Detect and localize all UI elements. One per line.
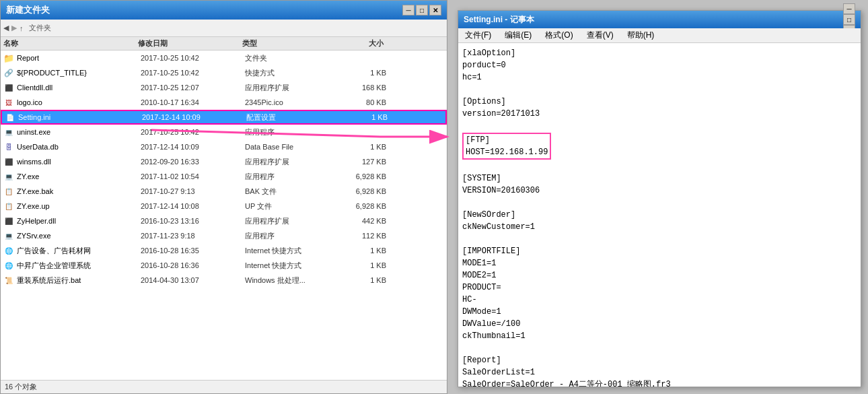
file-row[interactable]: ⬛ ZyHelper.dll 2016-10-23 13:16 应用程序扩展 4… <box>1 214 447 228</box>
menu-edit[interactable]: 编辑(E) <box>501 28 536 42</box>
file-name: winsms.dll <box>17 158 141 166</box>
file-icon-exe: 💻 <box>3 171 14 182</box>
file-explorer: 新建文件夹 ─ □ ✕ ◀ ▶ ↑ 文件夹 名称 修改日期 类型 大小 📁 Re… <box>0 0 447 394</box>
file-size: 112 KB <box>332 232 386 240</box>
minimize-button[interactable]: ─ <box>402 5 414 15</box>
file-size: 442 KB <box>332 217 386 225</box>
file-row[interactable]: ⬛ Clientdll.dll 2017-10-25 12:07 应用程序扩展 … <box>1 80 447 95</box>
file-name: UserData.db <box>17 143 141 151</box>
ftp-highlight-box: [FTP] HOST=192.168.1.99 <box>462 133 551 160</box>
file-row[interactable]: 🗄 UserData.db 2017-12-14 10:09 Data Base… <box>1 139 447 154</box>
notepad-maximize-button[interactable]: □ <box>843 14 855 25</box>
col-name-header[interactable]: 名称 <box>3 38 138 48</box>
file-icon-shortcut: 🔗 <box>3 67 14 78</box>
file-type: Windows 批处理... <box>245 275 332 286</box>
file-row[interactable]: 🖼 logo.ico 2010-10-17 16:34 2345Pic.ico … <box>1 95 447 110</box>
file-date: 2017-11-02 10:54 <box>141 172 245 180</box>
file-date: 2017-10-27 9:13 <box>141 187 245 195</box>
file-date: 2017-10-25 10:42 <box>141 69 245 77</box>
window-controls: ─ □ ✕ <box>402 5 441 15</box>
file-row[interactable]: 📋 ZY.exe.up 2017-12-14 10:08 UP 文件 6,928… <box>1 199 447 214</box>
col-size-header[interactable]: 大小 <box>330 38 384 48</box>
file-icon-exe: 💻 <box>3 230 14 241</box>
file-date: 2016-10-28 16:36 <box>141 261 245 269</box>
file-name: Setting.ini <box>18 113 142 121</box>
file-icon-up: 📋 <box>3 201 14 211</box>
file-icon-ini: 📄 <box>5 112 15 123</box>
file-type: 应用程序扩展 <box>245 216 332 226</box>
file-date: 2016-10-28 16:35 <box>141 247 245 255</box>
file-type: Internet 快捷方式 <box>245 246 332 256</box>
file-name: 中昇广告企业管理系统 <box>17 261 141 271</box>
file-name: ZY.exe.up <box>17 202 141 210</box>
file-name: ZYSrv.exe <box>17 232 141 240</box>
menu-help[interactable]: 帮助(H) <box>623 28 659 42</box>
file-type: 应用程序扩展 <box>245 83 332 93</box>
col-type-header[interactable]: 类型 <box>242 38 330 48</box>
file-size: 127 KB <box>332 158 386 166</box>
col-date-header[interactable]: 修改日期 <box>138 38 242 48</box>
explorer-toolbar: ◀ ▶ ↑ 文件夹 <box>1 20 447 37</box>
file-date: 2017-10-25 12:07 <box>141 84 245 92</box>
file-date: 2017-12-14 10:09 <box>142 113 246 121</box>
file-icon-ico: 🖼 <box>3 97 14 108</box>
file-row[interactable]: 📄 Setting.ini 2017-12-14 10:09 配置设置 1 KB <box>1 110 447 125</box>
notepad-window: Setting.ini - 记事本 ─ □ ✕ 文件(F) 编辑(E) 格式(O… <box>458 10 861 387</box>
file-date: 2010-10-17 16:34 <box>141 98 245 106</box>
file-row[interactable]: 🔗 ${PRODUCT_TITLE} 2017-10-25 10:42 快捷方式… <box>1 65 447 80</box>
file-icon-dll: ⬛ <box>3 82 14 93</box>
file-row[interactable]: 📋 ZY.exe.bak 2017-10-27 9:13 BAK 文件 6,92… <box>1 184 447 199</box>
menu-format[interactable]: 格式(O) <box>541 28 577 42</box>
file-row[interactable]: 📜 重装系统后运行.bat 2014-04-30 13:07 Windows 批… <box>1 273 447 288</box>
file-row[interactable]: 🌐 中昇广告企业管理系统 2016-10-28 16:36 Internet 快… <box>1 258 447 273</box>
menu-view[interactable]: 查看(V) <box>583 28 618 42</box>
file-size: 6,928 KB <box>332 187 386 195</box>
file-icon-db: 🗄 <box>3 141 14 152</box>
file-size: 1 KB <box>332 247 386 255</box>
file-date: 2016-10-23 13:16 <box>141 217 245 225</box>
file-date: 2012-09-20 16:33 <box>141 158 245 166</box>
notepad-menu: 文件(F) 编辑(E) 格式(O) 查看(V) 帮助(H) <box>458 28 861 43</box>
file-name: Report <box>17 54 141 62</box>
file-type: 应用程序 <box>245 172 332 182</box>
file-icon-dll: ⬛ <box>3 156 14 167</box>
file-row[interactable]: 💻 ZYSrv.exe 2017-11-23 9:18 应用程序 112 KB <box>1 228 447 243</box>
file-date: 2014-04-30 13:07 <box>141 276 245 284</box>
file-date: 2017-10-25 10:42 <box>141 54 245 62</box>
file-date: 2017-10-25 10:42 <box>141 128 245 136</box>
file-row[interactable]: 💻 ZY.exe 2017-11-02 10:54 应用程序 6,928 KB <box>1 169 447 184</box>
file-size: 1 KB <box>332 276 386 284</box>
notepad-content-area[interactable]: [xlaOption] porduct=0 hc=1 [Options] ver… <box>458 43 861 387</box>
close-button[interactable]: ✕ <box>429 5 441 15</box>
file-name: logo.ico <box>17 98 141 106</box>
file-row[interactable]: 📁 Report 2017-10-25 10:42 文件夹 <box>1 51 447 65</box>
toolbar-back-button[interactable]: ◀ <box>3 24 9 32</box>
notepad-title-bar: Setting.ini - 记事本 ─ □ ✕ <box>458 11 861 28</box>
toolbar-forward-button[interactable]: ▶ <box>11 24 17 32</box>
file-row[interactable]: ⬛ winsms.dll 2012-09-20 16:33 应用程序扩展 127… <box>1 154 447 169</box>
menu-file[interactable]: 文件(F) <box>461 28 495 42</box>
file-type: 应用程序 <box>245 231 332 241</box>
file-name: ZY.exe <box>17 172 141 180</box>
notepad-title: Setting.ini - 记事本 <box>464 14 843 26</box>
file-type: Data Base File <box>245 143 332 151</box>
file-type: BAK 文件 <box>245 187 332 197</box>
explorer-title: 新建文件夹 <box>6 4 402 16</box>
file-icon-exe: 💻 <box>3 127 14 137</box>
file-type: Internet 快捷方式 <box>245 261 332 271</box>
file-row[interactable]: 🌐 广告设备、广告耗材网 2016-10-28 16:35 Internet 快… <box>1 243 447 258</box>
notepad-minimize-button[interactable]: ─ <box>843 3 855 14</box>
column-headers: 名称 修改日期 类型 大小 <box>1 37 447 51</box>
file-row[interactable]: 💻 uninst.exe 2017-10-25 10:42 应用程序 <box>1 125 447 139</box>
maximize-button[interactable]: □ <box>416 5 428 15</box>
file-size: 1 KB <box>332 69 386 77</box>
file-type: 快捷方式 <box>245 68 332 78</box>
toolbar-up-button[interactable]: ↑ <box>20 24 24 32</box>
file-date: 2017-12-14 10:09 <box>141 143 245 151</box>
file-name: 重装系统后运行.bat <box>17 275 141 286</box>
file-size: 6,928 KB <box>332 202 386 210</box>
file-size: 1 KB <box>334 113 388 121</box>
file-type: 文件夹 <box>245 53 332 63</box>
file-name: 广告设备、广告耗材网 <box>17 246 141 256</box>
file-type: 配置设置 <box>246 112 334 123</box>
